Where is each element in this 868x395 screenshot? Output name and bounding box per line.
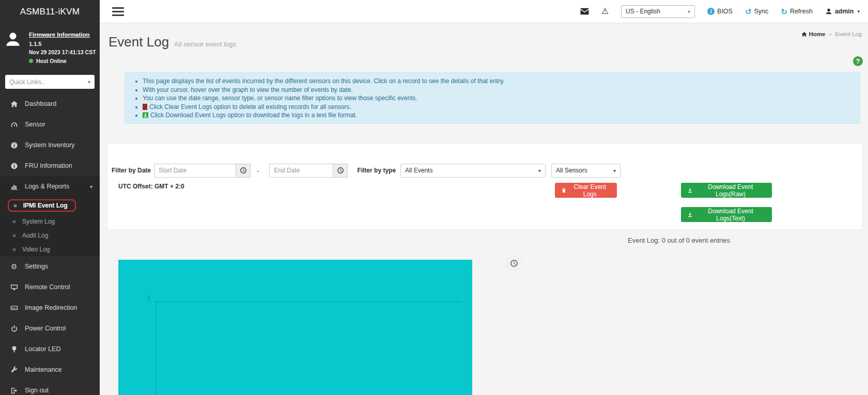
- refresh-icon: ↻: [781, 8, 787, 15]
- sidebar-item-power-control[interactable]: Power Control: [0, 318, 100, 339]
- help-icon[interactable]: ?: [853, 56, 863, 66]
- info-circle-icon: i: [707, 8, 715, 15]
- sidebar-item-settings[interactable]: ⚙ Settings: [0, 256, 100, 277]
- breadcrumb-home-link[interactable]: Home: [801, 31, 826, 37]
- help-panel: This page displays the list of events in…: [125, 72, 860, 124]
- sensor-select[interactable]: All Sensors ▾: [551, 164, 621, 178]
- home-icon: [7, 100, 21, 108]
- home-icon: [801, 31, 807, 37]
- event-type-select[interactable]: All Events ▾: [400, 164, 546, 178]
- utc-offset-label: UTC Offset: GMT + 2:0: [118, 183, 184, 190]
- clear-event-logs-button[interactable]: Clear Event Logs: [555, 183, 617, 198]
- start-date-input[interactable]: [154, 164, 236, 178]
- help-bullet: Click Clear Event Logs option to delete …: [143, 103, 853, 112]
- logs-reports-group: Logs & Reports ▾ » IPMI Event Log » Syst…: [0, 176, 100, 256]
- chart-y-tick: 1: [142, 295, 150, 301]
- sidebar-item-audit-log[interactable]: » Audit Log: [0, 228, 100, 242]
- help-bullet: Click Download Event Logs option to down…: [143, 111, 853, 120]
- sync-icon: ↺: [745, 8, 752, 15]
- sidebar-item-locator-led[interactable]: Locator LED: [0, 339, 100, 359]
- help-bullet: This page displays the list of events in…: [143, 77, 853, 86]
- trash-icon: [561, 187, 567, 194]
- download-event-logs-text-button[interactable]: Download Event Logs(Text): [681, 207, 772, 222]
- gauge-icon: [7, 121, 21, 129]
- sidebar-item-ipmi-event-log[interactable]: » IPMI Event Log: [0, 197, 100, 214]
- hamburger-menu-icon[interactable]: [112, 7, 124, 18]
- username: admin: [835, 8, 854, 15]
- app-title: ASMB11-iKVM: [0, 0, 100, 23]
- host-status: Host Online: [36, 58, 67, 64]
- caret-down-icon: ▾: [857, 9, 860, 14]
- sidebar-item-system-log[interactable]: » System Log: [0, 214, 100, 228]
- filter-by-date-label: Filter by Date: [112, 167, 151, 174]
- monitor-icon: [7, 283, 21, 291]
- date-range-separator: -: [257, 167, 259, 175]
- clock-icon[interactable]: [236, 164, 251, 178]
- firmware-info-block: Firmware Information 1.1.5 Nov 29 2023 1…: [0, 23, 100, 71]
- sidebar-item-logs-reports[interactable]: Logs & Reports ▾: [0, 176, 100, 197]
- host-online-dot: [29, 59, 33, 63]
- clock-icon[interactable]: [507, 256, 521, 271]
- download-icon: [687, 187, 693, 194]
- chart-y-axis: [156, 302, 157, 395]
- clear-logs-mini-icon: [143, 104, 147, 110]
- firmware-build-date: Nov 29 2023 17:41:13 CST: [29, 49, 95, 55]
- active-item-outline: » IPMI Event Log: [8, 199, 76, 212]
- event-log-entries-count: Event Log: 0 out of 0 event entries: [581, 236, 777, 244]
- help-bullet: With your cursor, hover over the graph t…: [143, 86, 853, 94]
- start-date-group: [154, 164, 251, 178]
- chart-gridline: [156, 302, 461, 302]
- lightbulb-icon: [7, 345, 21, 353]
- page-title: Event Log: [109, 34, 169, 50]
- download-event-logs-raw-button[interactable]: Download Event Logs(Raw): [681, 183, 772, 198]
- bios-button[interactable]: i BIOS: [707, 8, 733, 15]
- firmware-version: 1.1.5: [29, 41, 95, 47]
- sidebar-item-dashboard[interactable]: Dashboard: [0, 93, 100, 114]
- bar-chart-icon: [7, 183, 21, 191]
- power-icon: [7, 325, 21, 333]
- sidebar-nav: Dashboard Sensor System Inventory FRU In…: [0, 93, 100, 395]
- language-select[interactable]: US - English ▾: [621, 5, 695, 18]
- main-content: Event Log All sensor event logs Home > E…: [100, 24, 868, 395]
- double-chevron-icon: »: [13, 202, 17, 209]
- wrench-icon: [7, 366, 21, 374]
- firmware-information-link[interactable]: Firmware Information: [29, 31, 90, 38]
- sidebar-item-sensor[interactable]: Sensor: [0, 114, 100, 135]
- clock-icon[interactable]: [333, 164, 348, 178]
- caret-down-icon: ▾: [688, 9, 690, 14]
- breadcrumb-separator: >: [828, 31, 832, 37]
- gear-icon: ⚙: [7, 262, 21, 271]
- end-date-input[interactable]: [269, 164, 333, 178]
- user-menu[interactable]: admin ▾: [825, 8, 860, 15]
- refresh-label: Refresh: [790, 8, 813, 15]
- user-icon: [825, 8, 832, 15]
- warning-icon[interactable]: ⚠: [601, 7, 609, 15]
- refresh-button[interactable]: ↻ Refresh: [781, 8, 812, 15]
- filter-by-type-label: Filter by type: [357, 167, 396, 174]
- chevron-down-icon: ▾: [90, 184, 92, 189]
- filter-panel: Filter by Date - Filter by type All Even…: [107, 143, 863, 230]
- sidebar-item-remote-control[interactable]: Remote Control: [0, 277, 100, 297]
- envelope-icon[interactable]: [580, 8, 589, 15]
- sidebar-item-image-redirection[interactable]: Image Redirection: [0, 297, 100, 318]
- event-type-value: All Events: [405, 167, 534, 174]
- download-mini-icon: [143, 112, 148, 118]
- double-chevron-icon: »: [12, 246, 16, 253]
- sync-button[interactable]: ↺ Sync: [745, 8, 768, 15]
- language-value: US - English: [626, 8, 688, 15]
- sidebar-item-fru-information[interactable]: FRU Information: [0, 155, 100, 176]
- quick-links-select[interactable]: Quick Links.. ▾: [5, 75, 95, 89]
- sidebar: ASMB11-iKVM Firmware Information 1.1.5 N…: [0, 0, 100, 395]
- info-icon: [7, 141, 21, 149]
- breadcrumb-current: Event Log: [835, 31, 862, 37]
- sidebar-item-video-log[interactable]: » Video Log: [0, 242, 100, 256]
- event-log-chart[interactable]: 1: [118, 260, 472, 395]
- sidebar-item-maintenance[interactable]: Maintenance: [0, 359, 100, 380]
- download-icon: [687, 212, 693, 218]
- double-chevron-icon: »: [12, 232, 16, 239]
- end-date-group: [269, 164, 348, 178]
- help-bullet: You can use the date range, sensor type,…: [143, 94, 853, 103]
- sidebar-item-system-inventory[interactable]: System Inventory: [0, 135, 100, 155]
- sidebar-item-sign-out[interactable]: Sign out: [0, 380, 100, 395]
- disc-drive-icon: [7, 304, 21, 312]
